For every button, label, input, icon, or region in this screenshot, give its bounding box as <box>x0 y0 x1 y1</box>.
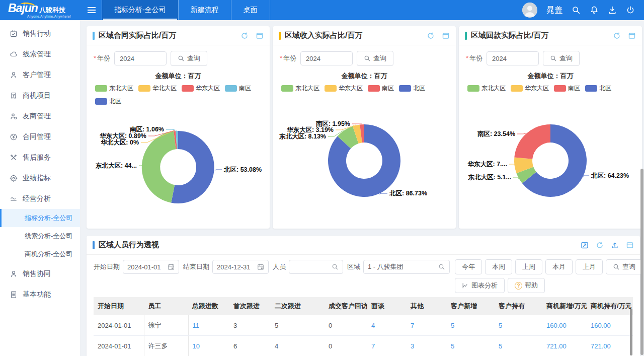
table-cell[interactable]: 5 <box>447 315 495 336</box>
year-input[interactable] <box>487 51 539 65</box>
panel-accent <box>279 32 281 40</box>
table-header-cell: 面谈 <box>367 297 407 315</box>
query-button[interactable]: 查询 <box>543 51 580 66</box>
donut-chart: 北区: 64.23%东北大区: 5.1...华东大区: 7....南区: 23.… <box>459 93 642 229</box>
maximize-icon[interactable] <box>626 241 634 249</box>
sidebar-item[interactable]: 友商管理 <box>0 106 80 126</box>
legend-label: 华北大区 <box>152 84 177 93</box>
query-button[interactable]: 查询 <box>357 51 393 66</box>
sidebar-item[interactable]: 业绩指标 <box>0 168 80 188</box>
legend-item[interactable]: 华东大区 <box>325 84 363 93</box>
donut-segment[interactable] <box>142 131 176 203</box>
legend-item[interactable]: 华东大区 <box>182 84 220 93</box>
filter-buttons: 今年本周上周本月上月查询 图表分析 ? 帮助 <box>455 259 642 293</box>
year-input[interactable] <box>300 51 353 65</box>
maximize-icon[interactable] <box>442 32 450 40</box>
year-label: *年份 <box>466 54 482 63</box>
sidebar-item[interactable]: 合同管理 <box>0 126 80 147</box>
nav-tab[interactable]: 指标分析-全公司 <box>102 0 178 20</box>
menu-toggle-icon[interactable] <box>82 0 102 20</box>
legend-item[interactable]: 南区 <box>225 84 251 93</box>
legend-item[interactable]: 北区 <box>585 84 611 93</box>
legend-item[interactable]: 北区 <box>95 97 121 106</box>
search-icon[interactable] <box>572 6 581 15</box>
table-cell[interactable]: 7 <box>367 336 407 356</box>
table-cell[interactable]: 5 <box>447 336 495 356</box>
legend-item[interactable]: 华东大区 <box>511 84 549 93</box>
avatar[interactable] <box>522 3 537 18</box>
table-cell: 0 <box>325 315 367 336</box>
end-date-input[interactable]: 2024-12-31 <box>212 260 269 274</box>
query-button[interactable]: 查询 <box>606 259 642 274</box>
leads-cloud-icon <box>10 50 18 58</box>
legend-item[interactable]: 东北大区 <box>467 84 506 93</box>
page-scrollbar[interactable] <box>640 169 643 355</box>
help-button[interactable]: ? 帮助 <box>508 278 545 293</box>
power-icon[interactable] <box>626 6 635 15</box>
quick-range-button[interactable]: 本周 <box>485 259 512 274</box>
person-input[interactable] <box>289 260 343 274</box>
download-icon[interactable] <box>608 6 617 15</box>
sidebar-item[interactable]: 经营分析 <box>0 188 80 209</box>
table-scrollbar[interactable] <box>630 309 632 355</box>
unit-label: 金额单位：百万 <box>273 72 456 81</box>
quick-range-button[interactable]: 今年 <box>455 259 482 274</box>
legend-item[interactable]: 东北大区 <box>281 84 319 93</box>
legend-item[interactable]: 东北大区 <box>95 84 133 93</box>
table-cell[interactable]: 11 <box>188 315 229 336</box>
sidebar-item[interactable]: 线索管理 <box>0 44 80 64</box>
maximize-icon[interactable] <box>256 32 264 40</box>
quick-range-button[interactable]: 上周 <box>515 259 542 274</box>
legend-item[interactable]: 华北大区 <box>138 84 177 93</box>
legend-item[interactable]: 南区 <box>368 84 394 93</box>
table-cell[interactable]: 7 <box>407 315 447 336</box>
table-cell: 4 <box>271 336 325 356</box>
refresh-icon[interactable] <box>240 32 249 40</box>
table-cell: 0 <box>325 336 367 356</box>
sidebar-item[interactable]: 客户管理 <box>0 64 80 85</box>
table-cell[interactable]: 5 <box>495 336 542 356</box>
donut-segment[interactable] <box>514 124 550 159</box>
table-cell[interactable]: 721.00 <box>542 336 587 356</box>
sidebar-item[interactable]: 销售协同 <box>0 263 80 284</box>
panel-title: 区域合同实际占比/百万 <box>99 31 233 40</box>
bell-icon[interactable] <box>590 6 599 15</box>
table-cell[interactable]: 160.00 <box>587 315 633 336</box>
sidebar-item[interactable]: 售后服务 <box>0 147 80 168</box>
quick-range-button[interactable]: 本月 <box>545 259 573 274</box>
refresh-icon[interactable] <box>596 241 604 249</box>
sidebar-item[interactable]: 基本功能 <box>0 284 80 305</box>
table-cell[interactable]: 3 <box>407 336 447 356</box>
app-logo[interactable]: Bajun 八骏科技 Anyone,Anytime,Anywhere! <box>0 0 82 20</box>
table-cell[interactable]: 5 <box>495 315 542 336</box>
sidebar-subitem[interactable]: 商机分析-全公司 <box>0 245 80 263</box>
sidebar-item[interactable]: 商机项目 <box>0 85 80 106</box>
query-button[interactable]: 查询 <box>171 51 207 66</box>
upload-icon[interactable] <box>611 241 619 249</box>
nav-tab[interactable]: 新建流程 <box>178 0 231 20</box>
sidebar-item[interactable]: 销售行动 <box>0 23 80 44</box>
maximize-icon[interactable] <box>628 32 636 40</box>
table-cell[interactable]: 10 <box>188 336 229 356</box>
chart-jump-icon[interactable] <box>581 241 589 249</box>
region-select[interactable]: 1 - 八骏集团 <box>363 260 450 274</box>
table-cell[interactable]: 721.00 <box>587 336 633 356</box>
quick-range-button[interactable]: 上月 <box>576 259 603 274</box>
table-cell[interactable]: 160.00 <box>542 315 587 336</box>
chart-analysis-button[interactable]: 图表分析 <box>455 278 505 293</box>
nav-tab[interactable]: 桌面 <box>231 0 270 20</box>
person-label: 人员 <box>273 262 286 271</box>
refresh-icon[interactable] <box>427 32 435 40</box>
sidebar-subitem[interactable]: 指标分析-全公司 <box>0 209 80 227</box>
year-input[interactable] <box>114 51 167 65</box>
search-icon <box>178 55 185 62</box>
donut-chart: 北区: 53.08%东北大区: 44...华北大区: 0%华东大区: 0.89%… <box>87 106 270 229</box>
username[interactable]: 晁盖 <box>546 5 562 16</box>
sidebar-subitem[interactable]: 线索分析-全公司 <box>0 227 80 245</box>
legend-item[interactable]: 南区 <box>554 84 580 93</box>
start-date-input[interactable]: 2024-01-01 <box>123 260 179 274</box>
table-header-row: 开始日期员工总跟进数首次跟进二次跟进成交客户回访面谈其他客户新增客户持有商机新增… <box>94 297 633 315</box>
table-cell[interactable]: 4 <box>367 315 407 336</box>
refresh-icon[interactable] <box>613 32 621 40</box>
legend-item[interactable]: 北区 <box>399 84 425 93</box>
